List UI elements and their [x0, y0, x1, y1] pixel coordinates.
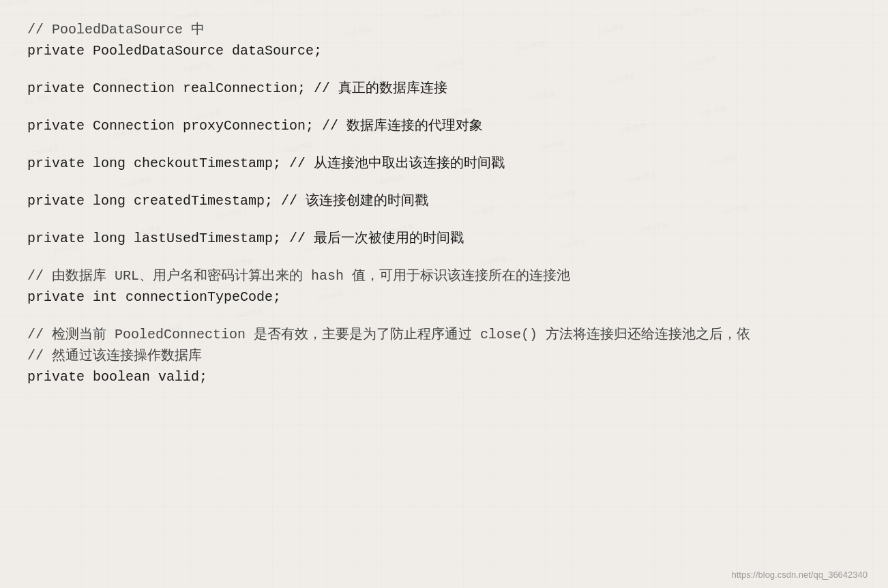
code-line: private boolean valid; — [27, 366, 861, 387]
code-spacer — [27, 99, 861, 115]
code-line: private long lastUsedTimestamp; // 最后一次被… — [27, 228, 861, 249]
url-watermark: https://blog.csdn.net/qq_36642340 — [732, 570, 868, 580]
code-spacer — [27, 211, 861, 228]
code-line: // 然通过该连接操作数据库 — [27, 345, 861, 366]
code-line: // 检测当前 PooledConnection 是否有效，主要是为了防止程序通… — [27, 324, 861, 345]
code-line: // PooledDataSource 中 — [27, 19, 861, 40]
code-spacer — [27, 136, 861, 153]
code-line: private Connection proxyConnection; // 数… — [27, 115, 861, 136]
code-line: private int connectionTypeCode; — [27, 286, 861, 308]
code-line: private long checkoutTimestamp; // 从连接池中… — [27, 153, 861, 174]
code-spacer — [27, 61, 861, 78]
code-line: private Connection realConnection; // 真正… — [27, 78, 861, 99]
code-spacer — [27, 174, 861, 190]
page-container: csdn博客csdn博客csdn博客csdn博客csdn博客csdn博客csdn… — [0, 0, 888, 588]
code-spacer — [27, 249, 861, 265]
code-line: private long createdTimestamp; // 该连接创建的… — [27, 190, 861, 211]
code-block: // PooledDataSource 中private PooledDataS… — [27, 14, 861, 574]
code-line: // 由数据库 URL、用户名和密码计算出来的 hash 值，可用于标识该连接所… — [27, 265, 861, 286]
code-spacer — [27, 308, 861, 324]
code-line: private PooledDataSource dataSource; — [27, 40, 861, 61]
